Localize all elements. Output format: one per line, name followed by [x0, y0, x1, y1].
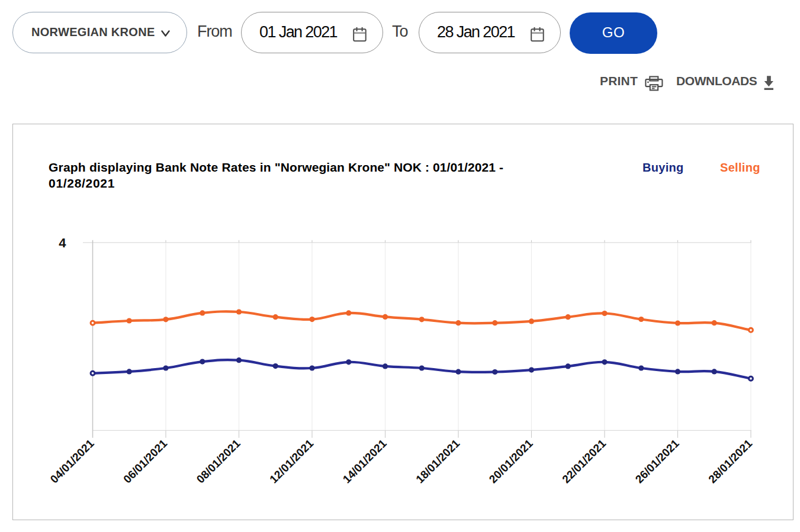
svg-text:28/01/2021: 28/01/2021: [706, 437, 754, 485]
svg-text:08/01/2021: 08/01/2021: [194, 437, 243, 485]
svg-text:14/01/2021: 14/01/2021: [340, 437, 389, 485]
svg-text:18/01/2021: 18/01/2021: [413, 437, 462, 485]
svg-text:06/01/2021: 06/01/2021: [121, 437, 169, 485]
svg-text:26/01/2021: 26/01/2021: [633, 437, 682, 485]
svg-text:4: 4: [59, 236, 66, 250]
svg-text:04/01/2021: 04/01/2021: [48, 437, 97, 485]
svg-text:12/01/2021: 12/01/2021: [267, 437, 316, 485]
svg-text:20/01/2021: 20/01/2021: [487, 437, 535, 485]
svg-text:22/01/2021: 22/01/2021: [560, 437, 608, 485]
